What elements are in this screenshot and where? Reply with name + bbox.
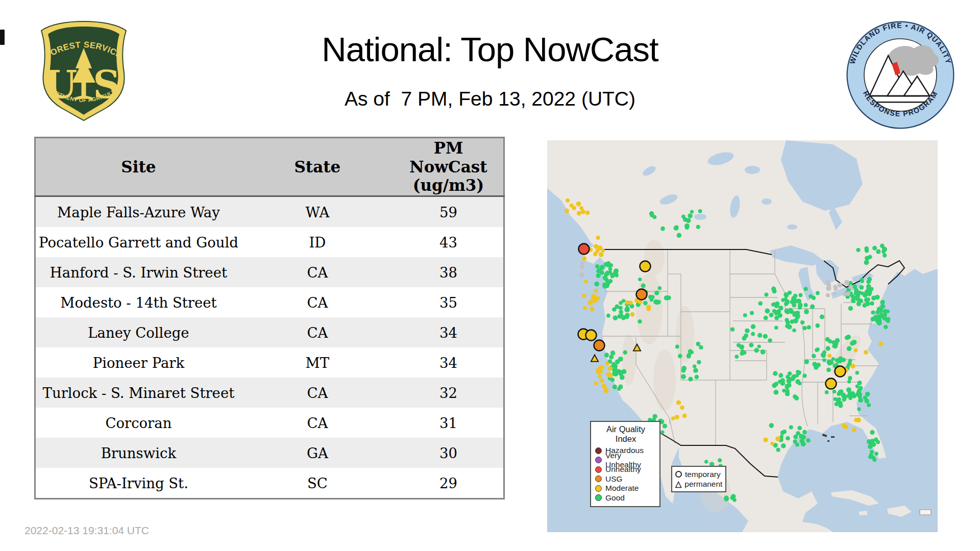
monitor-dot-moderate [680, 406, 684, 410]
aqi-color-swatch [595, 466, 602, 473]
monitor-dot-good [604, 353, 609, 357]
monitor-dot-good [774, 325, 778, 330]
temporary-circle-icon [675, 471, 682, 478]
table-row: SPA-Irving St.SC29 [35, 468, 504, 499]
monitor-dot-moderate [596, 236, 600, 240]
monitor-dot-good [797, 426, 802, 431]
monitor-dot-good [841, 358, 846, 362]
monitor-dot-good [816, 291, 820, 295]
cell-state: ID [241, 227, 394, 257]
monitor-dot-good [789, 425, 793, 429]
monitor-dot-moderate [676, 400, 681, 405]
monitor-dot-moderate [682, 414, 687, 418]
monitor-dot-good [693, 364, 696, 368]
monitor-dot-good [856, 302, 861, 306]
monitor-dot-moderate [588, 300, 593, 305]
monitor-dot-good [781, 443, 786, 448]
monitor-dot-good [832, 390, 837, 394]
monitor-dot-good [681, 368, 686, 373]
monitor-dot-good [832, 344, 836, 348]
top-site-marker-usg [594, 340, 605, 351]
monitor-dot-good [754, 348, 759, 353]
monitor-dot-good [730, 496, 735, 500]
monitor-dot-good [696, 342, 700, 346]
monitor-dot-good [697, 360, 701, 365]
monitor-dot-good [785, 324, 789, 328]
monitor-dot-good [883, 309, 888, 314]
monitor-dot-good [677, 233, 682, 238]
monitor-dot-moderate [590, 307, 595, 311]
cell-state: CA [241, 257, 394, 287]
monitor-dot-good [757, 333, 762, 338]
top-site-marker-moderate [835, 366, 846, 377]
cell-state: MT [241, 347, 394, 378]
page-subtitle: As of 7 PM, Feb 13, 2022 (UTC) [184, 88, 796, 110]
monitor-dot-good [724, 496, 729, 502]
type-legend-label: temporary [685, 470, 721, 479]
monitor-dot-good [596, 273, 601, 278]
monitor-dot-good [663, 423, 667, 428]
monitor-dot-good [848, 376, 852, 380]
monitor-dot-good [614, 268, 619, 273]
table-row: Hanford - S. Irwin StreetCA38 [35, 257, 504, 287]
cell-state: SC [241, 468, 394, 499]
monitor-dot-moderate [582, 257, 587, 261]
monitor-dot-good [768, 338, 772, 342]
monitor-dot-good [605, 281, 610, 286]
aqi-color-swatch [595, 475, 602, 482]
monitor-dot-good [606, 314, 610, 318]
monitor-dot-gray [834, 287, 838, 291]
monitor-dot-good [860, 285, 864, 290]
cell-pm: 38 [394, 257, 504, 287]
monitor-dot-good [863, 396, 867, 400]
monitor-dot-good [835, 338, 840, 343]
top-nowcast-table: Site State PM NowCast (ug/m3) Maple Fall… [34, 137, 505, 499]
table-row: Modesto - 14th StreetCA35 [35, 287, 504, 317]
monitor-dot-moderate [608, 366, 612, 371]
monitor-dot-good [815, 348, 819, 352]
monitor-dot-good [870, 430, 874, 435]
monitor-dot-gray [580, 262, 584, 266]
monitor-dot-good [769, 313, 774, 317]
monitor-dot-good [695, 375, 699, 380]
monitor-dot-good [660, 227, 665, 231]
monitor-dot-good [794, 313, 799, 317]
monitor-dot-moderate [605, 362, 609, 366]
cell-site: Maple Falls-Azure Way [35, 196, 241, 228]
monitor-dot-good [791, 298, 795, 302]
monitor-dot-good [763, 334, 768, 339]
monitor-dot-good [660, 430, 664, 434]
cell-pm: 34 [394, 347, 504, 378]
monitor-dot-good [803, 374, 807, 378]
monitor-dot-good [822, 358, 826, 362]
monitor-dot-good [769, 423, 774, 428]
monitor-dot-good [859, 386, 863, 390]
monitor-dot-moderate [854, 418, 859, 422]
monitor-dot-good [864, 297, 869, 303]
monitor-dot-good [866, 280, 871, 284]
monitor-dot-good [793, 439, 797, 443]
col-header-pm-nowcast: PM NowCast (ug/m3) [394, 138, 504, 196]
monitor-dot-good [865, 290, 870, 295]
monitor-dot-good [847, 380, 851, 383]
monitor-dot-good [848, 359, 852, 363]
aqi-legend: Air Quality Index HazardousVery Unhealth… [590, 421, 660, 507]
cell-state: CA [241, 408, 394, 438]
monitor-dot-moderate [606, 372, 611, 377]
monitor-dot-gray [826, 283, 831, 287]
monitor-dot-good [871, 456, 875, 460]
monitor-dot-moderate [629, 301, 633, 305]
monitor-dot-good [737, 343, 741, 347]
monitor-dot-good [854, 288, 859, 293]
monitor-dot-good [804, 303, 808, 307]
monitor-dot-good [867, 403, 871, 407]
monitor-dot-good [740, 352, 744, 356]
report-page: FOREST SERVICE U S DEPARTMENT OF AGRICUL… [0, 0, 980, 551]
monitor-dot-gray [580, 265, 584, 269]
table-header-row: Site State PM NowCast (ug/m3) [35, 138, 504, 196]
monitor-dot-good [624, 314, 629, 319]
monitor-dot-good [812, 296, 816, 300]
aqi-legend-title: Air Quality Index [595, 424, 656, 444]
type-legend-item: △permanent [675, 479, 722, 489]
monitor-dot-moderate [850, 364, 855, 369]
